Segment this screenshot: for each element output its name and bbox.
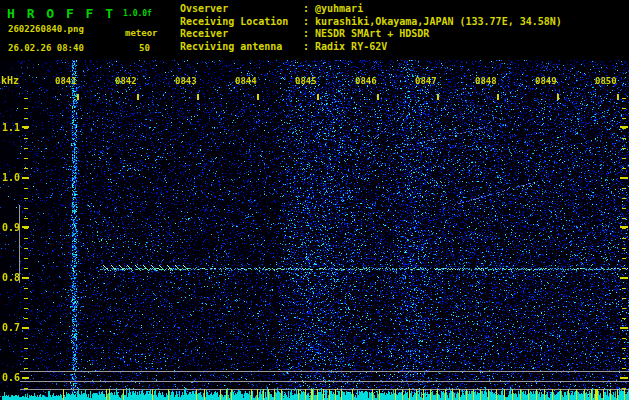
time-tick-label: 0847 [415,76,437,86]
freq-tick-label: 0.7 [0,322,20,333]
freq-tick-label: 0.8 [0,272,20,283]
time-tick-label: 0843 [175,76,197,86]
datetime-label: 26.02.26 08:40 [8,43,84,53]
info-label: Receiver [180,28,303,41]
freq-tick-label: 0.6 [0,372,20,383]
time-tick-label: 0849 [535,76,557,86]
info-value: Radix RY-62V [315,41,387,54]
observer-row: Ovserver:@yuhmari [180,3,562,16]
spectrogram-canvas [0,60,629,400]
time-tick-label: 0850 [595,76,617,86]
observer-info: Ovserver:@yuhmari Receiving Location:kur… [180,3,562,53]
time-tick-label: 0841 [55,76,77,86]
time-tick-label: 0846 [355,76,377,86]
app-version: 1.0.0f [123,9,152,18]
time-tick-label: 0844 [235,76,257,86]
info-label: Receiving Location [180,16,303,29]
echo-count: 50 [139,43,150,53]
antenna-row: Recviving antenna:Radix RY-62V [180,41,562,54]
time-tick-label: 0845 [295,76,317,86]
time-tick-label: 0842 [115,76,137,86]
hrofft-screen: H R O F F T 1.0.0f 2602260840.png meteor… [0,0,629,400]
info-value: kurashiki,Okayama,JAPAN (133.77E, 34.58N… [315,16,562,29]
mode-label: meteor [125,28,158,38]
freq-tick-label: 1.1 [0,122,20,133]
info-value: NESDR SMArt + HDSDR [315,28,429,41]
location-row: Receiving Location:kurashiki,Okayama,JAP… [180,16,562,29]
output-filename: 2602260840.png [8,24,84,34]
app-title: H R O F F T [7,6,115,21]
freq-axis-unit: kHz [1,75,19,86]
info-value: @yuhmari [315,3,363,16]
info-label: Ovserver [180,3,303,16]
freq-tick-label: 0.9 [0,222,20,233]
receiver-row: Receiver:NESDR SMArt + HDSDR [180,28,562,41]
freq-tick-label: 1.0 [0,172,20,183]
info-label: Recviving antenna [180,41,303,54]
time-tick-label: 0848 [475,76,497,86]
